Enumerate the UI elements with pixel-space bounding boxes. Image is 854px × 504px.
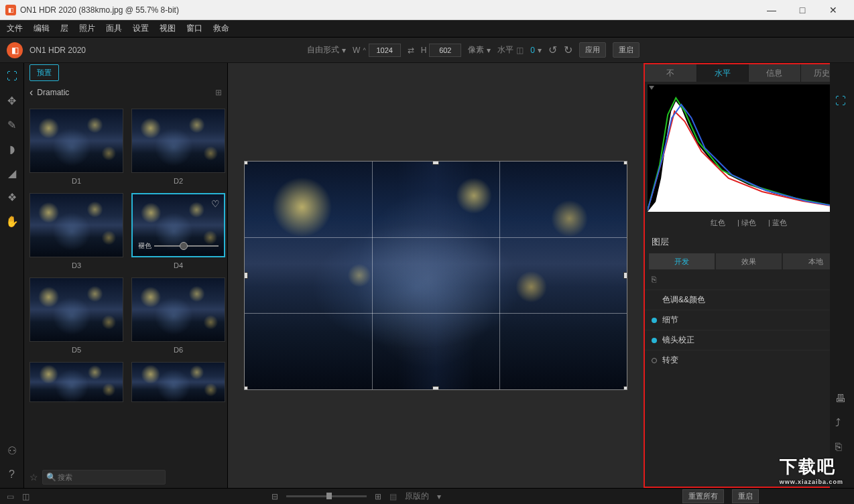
- zoom-slider[interactable]: [286, 495, 367, 497]
- single-view-icon[interactable]: ▭: [7, 492, 14, 501]
- preset-thumb-d7[interactable]: [29, 362, 123, 402]
- export-icon[interactable]: ⎘: [835, 441, 849, 454]
- menu-file[interactable]: 文件: [7, 23, 23, 34]
- app-name: ON1 HDR 2020: [29, 46, 86, 55]
- rtab-info[interactable]: 信息: [749, 64, 801, 82]
- crop-tool-icon[interactable]: ⛶: [5, 70, 19, 83]
- preset-thumb-d4[interactable]: ♡ 褪色 D4: [131, 193, 225, 273]
- width-input[interactable]: [369, 44, 401, 57]
- canvas-image[interactable]: [244, 161, 627, 390]
- rotate-ccw-icon[interactable]: ↺: [548, 44, 557, 56]
- adj-detail[interactable]: 细节↺: [645, 310, 853, 330]
- crop-handle-tm[interactable]: [432, 161, 439, 165]
- histo-green-label[interactable]: | 绿色: [737, 218, 756, 228]
- menu-edit[interactable]: 编辑: [34, 23, 50, 34]
- export-icon[interactable]: ⎘: [652, 275, 656, 284]
- chevron-down-icon[interactable]: ▾: [437, 492, 441, 501]
- crop-handle-br[interactable]: [623, 386, 627, 390]
- adjust-panel-icon[interactable]: ⛶: [835, 95, 849, 109]
- adj-tone-color[interactable]: 色调&&颜色↺: [645, 290, 853, 310]
- rtab-levels[interactable]: 水平: [697, 64, 749, 82]
- crop-handle-bm[interactable]: [432, 386, 439, 390]
- zoom-out-icon[interactable]: ⊟: [271, 492, 278, 501]
- menu-help[interactable]: 救命: [213, 23, 229, 34]
- histo-red-label[interactable]: 红色: [711, 218, 725, 228]
- preset-thumb-d1[interactable]: D1: [29, 109, 123, 189]
- subtab-develop[interactable]: 开发: [649, 253, 715, 269]
- menu-mask[interactable]: 面具: [106, 23, 122, 34]
- preset-thumb-d8[interactable]: [131, 362, 225, 402]
- canvas-area[interactable]: [228, 63, 644, 488]
- breadcrumb[interactable]: Dramatic: [37, 88, 69, 97]
- favorite-icon[interactable]: ♡: [211, 198, 220, 209]
- crop-mode-dropdown[interactable]: 自由形式▾: [307, 44, 346, 56]
- help-icon[interactable]: ?: [5, 468, 19, 481]
- softproof-icon[interactable]: ▤: [389, 492, 397, 501]
- hand-tool-icon[interactable]: ✋: [5, 214, 19, 228]
- share-icon[interactable]: ⤴: [835, 417, 849, 430]
- rotate-cw-icon[interactable]: ↻: [564, 44, 572, 56]
- app-logo-icon: ◧: [7, 42, 23, 58]
- grid-view-icon[interactable]: ⊞: [215, 88, 222, 97]
- menu-window[interactable]: 窗口: [186, 23, 202, 34]
- preset-thumb-d5[interactable]: D5: [29, 277, 123, 358]
- title-bar: ◧ ON1 HDR 2020 (838kmo.jpg @ 55.7% 8-bit…: [0, 0, 854, 20]
- level-label: 水平◫: [497, 44, 524, 56]
- preset-browser: 预置 ‹ Dramatic ⊞ D1 D2 D3 ♡ 褪色 D4: [24, 63, 228, 488]
- restart-button[interactable]: 重启: [732, 489, 759, 503]
- crop-handle-bl[interactable]: [244, 386, 248, 390]
- maximize-button[interactable]: □: [787, 0, 818, 20]
- unit-dropdown[interactable]: 像素▾: [468, 44, 491, 56]
- print-icon[interactable]: 🖶: [835, 393, 849, 406]
- height-label: H: [421, 46, 427, 55]
- histogram: [648, 84, 850, 212]
- fade-slider[interactable]: 褪色: [138, 241, 219, 251]
- crop-handle-ml[interactable]: [244, 272, 248, 279]
- menu-layer[interactable]: 层: [60, 23, 68, 34]
- favorites-filter-icon[interactable]: ☆: [29, 472, 38, 483]
- layers-title: 图层: [645, 231, 853, 253]
- close-button[interactable]: ✕: [818, 0, 849, 20]
- preset-thumb-d6[interactable]: D6: [131, 277, 225, 358]
- subtab-effects[interactable]: 效果: [716, 253, 782, 269]
- adj-transform[interactable]: 转变↺: [645, 350, 853, 370]
- original-label[interactable]: 原版的: [405, 491, 429, 502]
- breadcrumb-back[interactable]: ‹: [29, 86, 33, 99]
- crop-handle-tl[interactable]: [244, 161, 248, 165]
- level-icon: ◫: [516, 46, 524, 55]
- rtab-nav[interactable]: 不: [645, 64, 697, 82]
- menu-view[interactable]: 视图: [160, 23, 176, 34]
- preset-thumb-d2[interactable]: D2: [131, 109, 225, 189]
- swap-wh-button[interactable]: ⇄: [408, 46, 414, 55]
- bottom-bar: ▭ ◫ ⊟ ⊞ ▤ 原版的 ▾ 重置所有 重启: [0, 488, 854, 504]
- zoom-in-icon[interactable]: ⊞: [375, 492, 381, 501]
- histo-blue-label[interactable]: | 蓝色: [768, 218, 787, 228]
- angle-value[interactable]: 0: [530, 46, 535, 55]
- compare-view-icon[interactable]: ◫: [22, 492, 29, 501]
- menu-photo[interactable]: 照片: [79, 23, 95, 34]
- crop-handle-tr[interactable]: [623, 161, 627, 165]
- mask-tool-icon[interactable]: ◗: [5, 142, 19, 155]
- preset-thumb-d3[interactable]: D3: [29, 193, 123, 273]
- user-icon[interactable]: ⚇: [5, 444, 19, 457]
- apply-button[interactable]: 应用: [579, 42, 606, 58]
- left-tool-strip: ⛶ ✥ ✎ ◗ ◢ ❖ ✋ ⚇ ?: [0, 63, 24, 488]
- top-toolbar: ◧ ON1 HDR 2020 自由形式▾ W^ ⇄ H 像素▾ 水平◫ 0▾ ↺…: [0, 38, 854, 63]
- move-tool-icon[interactable]: ✥: [5, 94, 19, 107]
- watermark: 下载吧 www.xiazaiba.com: [780, 455, 843, 485]
- height-input[interactable]: [429, 44, 461, 57]
- minimize-button[interactable]: —: [756, 0, 787, 20]
- gradient-tool-icon[interactable]: ◢: [5, 166, 19, 180]
- search-input[interactable]: [42, 470, 166, 485]
- crop-handle-mr[interactable]: [623, 272, 627, 279]
- reset-button[interactable]: 重启: [613, 42, 639, 58]
- retouch-tool-icon[interactable]: ❖: [5, 190, 19, 204]
- crop-grid: [245, 162, 627, 389]
- presets-tab[interactable]: 预置: [29, 64, 59, 81]
- reset-all-button[interactable]: 重置所有: [682, 489, 724, 503]
- menu-settings[interactable]: 设置: [133, 23, 149, 34]
- window-title: ON1 HDR 2020 (838kmo.jpg @ 55.7% 8-bit): [20, 5, 756, 15]
- thumbnails-grid: D1 D2 D3 ♡ 褪色 D4 D5 D6: [24, 103, 227, 466]
- adj-lens[interactable]: 镜头校正↺: [645, 330, 853, 350]
- brush-tool-icon[interactable]: ✎: [5, 118, 19, 131]
